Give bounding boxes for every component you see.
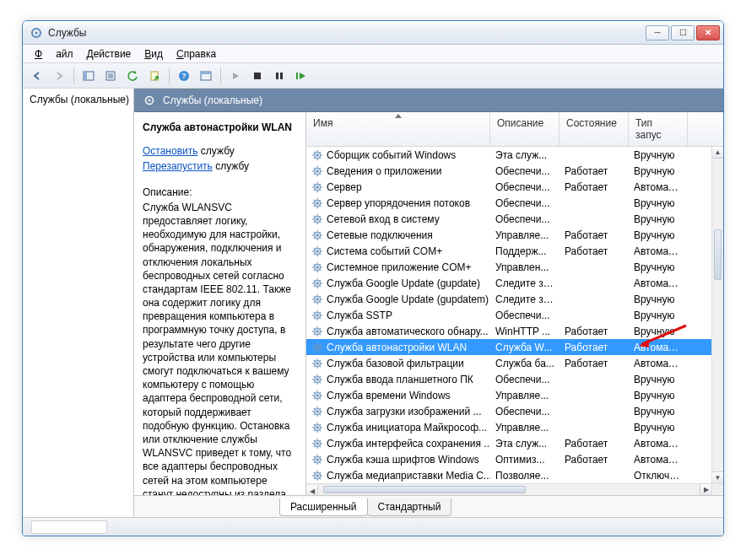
window-title: Службы [48, 27, 646, 39]
service-state: Работает [560, 342, 629, 353]
service-startup: Вручную [629, 310, 688, 321]
export-button[interactable] [145, 67, 164, 85]
service-row[interactable]: Служба кэша шрифтов WindowsОптимиз...Раб… [306, 451, 711, 467]
service-icon [311, 213, 323, 225]
tree-root-item[interactable]: Службы (локальные) [26, 92, 130, 107]
tab-extended[interactable]: Расширенный [279, 498, 368, 516]
service-state: Работает [560, 229, 629, 241]
service-name: Служба медиаприставки Media C... [327, 470, 490, 482]
scroll-thumb[interactable] [714, 229, 722, 280]
forward-button[interactable] [50, 67, 68, 85]
service-row[interactable]: Служба ввода планшетного ПКОбеспечи...Вр… [306, 371, 711, 387]
restart-service-link[interactable]: Перезапустить [143, 160, 213, 172]
description-text: Служба WLANSVC предоставляет логику, нео… [143, 201, 297, 495]
service-startup: Вручную [629, 165, 688, 177]
scroll-left-button[interactable]: ◀ [306, 486, 318, 495]
close-button[interactable]: ✕ [696, 25, 720, 40]
horizontal-scrollbar[interactable]: ◀ ▶ [306, 483, 711, 495]
service-row[interactable]: Служба времени WindowsУправляе...Вручную [306, 387, 711, 403]
column-description[interactable]: Описание [490, 112, 560, 146]
service-row[interactable]: Системное приложение COM+Управлен...Вруч… [306, 259, 711, 275]
service-description: Эта служ... [490, 438, 560, 450]
menu-help[interactable]: Справка [170, 46, 223, 62]
service-icon [311, 310, 323, 321]
service-description: Обеспечи... [490, 213, 560, 225]
scroll-right-button[interactable]: ▶ [700, 484, 711, 495]
service-icon [311, 149, 323, 161]
service-state: Работает [560, 454, 629, 466]
show-hide-tree-button[interactable] [79, 67, 98, 85]
service-icon [311, 245, 323, 257]
service-row[interactable]: Сведения о приложенииОбеспечи...Работает… [306, 163, 711, 179]
help-button[interactable]: ? [175, 67, 193, 85]
service-startup: Вручную [629, 293, 688, 305]
service-row[interactable]: Служба медиаприставки Media C...Позволяе… [306, 467, 711, 483]
detail-pane: Служба автонастройки WLAN Остановить слу… [134, 112, 306, 495]
service-row[interactable]: Служба автоматического обнару...WinHTTP … [306, 323, 711, 339]
menu-file[interactable]: ФФайлайл [28, 46, 80, 62]
service-startup: Автомати... [629, 358, 688, 369]
service-name: Служба загрузки изображений ... [327, 406, 482, 417]
service-icon [311, 438, 323, 450]
service-description: Обеспечи... [490, 374, 560, 385]
list-header: Имя Описание Состояние Тип запус [306, 112, 723, 147]
service-name: Служба Google Update (gupdate) [327, 277, 480, 289]
svg-point-30 [316, 234, 318, 235]
service-row[interactable]: Служба базовой фильтрацииСлужба ба...Раб… [306, 355, 711, 371]
stop-service-button[interactable] [248, 67, 267, 85]
svg-rect-16 [296, 73, 298, 79]
service-description: Обеспечи... [490, 197, 560, 209]
service-row[interactable]: СерверОбеспечи...РаботаетАвтомати... [306, 179, 711, 195]
refresh-button[interactable] [123, 67, 142, 85]
svg-point-20 [316, 153, 318, 155]
service-row[interactable]: Служба загрузки изображений ...Обеспечи.… [306, 403, 711, 419]
service-row[interactable]: Система событий COM+Поддерж...РаботаетАв… [306, 243, 711, 259]
column-name[interactable]: Имя [306, 112, 490, 146]
properties-button[interactable] [101, 67, 120, 85]
app-icon [30, 26, 43, 40]
column-state[interactable]: Состояние [560, 112, 629, 146]
column-startup[interactable]: Тип запус [629, 112, 688, 146]
maximize-button[interactable]: ☐ [671, 25, 695, 40]
service-row[interactable]: Сборщик событий WindowsЭта служ...Вручну… [306, 147, 711, 163]
service-startup: Вручную [629, 149, 688, 161]
svg-point-48 [316, 378, 318, 380]
gear-icon [143, 94, 156, 107]
service-startup: Вручную [629, 213, 688, 225]
menu-view[interactable]: Вид [138, 46, 170, 62]
pause-service-button[interactable] [270, 67, 289, 85]
svg-point-32 [316, 250, 318, 251]
service-row[interactable]: Служба интерфейса сохранения ...Эта служ… [306, 435, 711, 451]
minimize-button[interactable]: ─ [646, 25, 669, 40]
selected-service-title: Служба автонастройки WLAN [143, 121, 297, 134]
service-description: Служба ба... [490, 358, 560, 369]
service-name: Служба кэша шрифтов Windows [327, 454, 479, 466]
scroll-thumb[interactable] [323, 486, 526, 493]
service-startup: Автомати... [629, 342, 688, 353]
service-startup: Автомати... [629, 454, 688, 466]
services-window: Службы ─ ☐ ✕ ФФайлайл Действие Вид Справ… [22, 20, 724, 536]
back-button[interactable] [28, 67, 46, 85]
service-row[interactable]: Сетевой вход в системуОбеспечи...Вручную [306, 211, 711, 227]
service-row[interactable]: Служба SSTPОбеспечи...Вручную [306, 307, 711, 323]
tab-standard[interactable]: Стандартный [367, 498, 452, 516]
service-row[interactable]: Сервер упорядочения потоковОбеспечи...Вр… [306, 195, 711, 211]
stop-service-link[interactable]: Остановить [143, 145, 198, 157]
service-row[interactable]: Служба инициатора Майкрософ...Управляе..… [306, 419, 711, 435]
service-description: Оптимиз... [490, 454, 560, 466]
menu-action[interactable]: Действие [80, 46, 138, 62]
service-row[interactable]: Служба автонастройки WLANСлужба W...Рабо… [306, 339, 711, 355]
service-row[interactable]: Служба Google Update (gupdate)Следите за… [306, 275, 711, 291]
description-label: Описание: [143, 186, 297, 199]
service-row[interactable]: Сетевые подключенияУправляе...РаботаетВр… [306, 227, 711, 243]
restart-service-button[interactable] [292, 67, 311, 85]
service-icon [311, 293, 323, 305]
scroll-up-button[interactable]: ▲ [712, 147, 723, 159]
titlebar[interactable]: Службы ─ ☐ ✕ [23, 21, 723, 45]
service-startup: Автомати... [629, 245, 688, 257]
vertical-scrollbar[interactable]: ▲ ▼ [711, 147, 723, 483]
console-tree-button[interactable] [197, 67, 215, 85]
service-row[interactable]: Служба Google Update (gupdatem)Следите з… [306, 291, 711, 307]
start-service-button[interactable] [226, 67, 245, 85]
scroll-down-button[interactable]: ▼ [712, 471, 723, 483]
